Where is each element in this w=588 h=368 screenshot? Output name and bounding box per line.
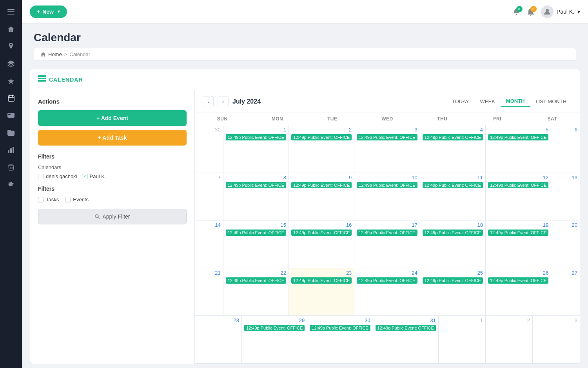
event-chip[interactable]: 12:49p Public Event: OFFICE bbox=[291, 134, 352, 140]
tasks-checkbox[interactable] bbox=[38, 197, 44, 202]
week-row: 30112:49p Public Event: OFFICE212:49p Pu… bbox=[195, 125, 580, 173]
new-button-chevron: ▾ bbox=[58, 9, 60, 14]
day-cell[interactable]: 27 bbox=[551, 268, 580, 316]
day-cell[interactable]: 1212:49p Public Event: OFFICE bbox=[486, 173, 551, 220]
sidebar-layers-icon[interactable] bbox=[4, 56, 18, 71]
sidebar-gear-icon[interactable] bbox=[4, 177, 18, 191]
sidebar-card-icon[interactable] bbox=[4, 108, 18, 122]
day-cell[interactable]: 21 bbox=[195, 268, 223, 316]
new-button[interactable]: + New ▾ bbox=[30, 5, 67, 18]
day-cell[interactable]: 412:49p Public Event: OFFICE bbox=[420, 125, 486, 173]
day-cell[interactable]: 20 bbox=[551, 220, 580, 268]
day-header: TUE bbox=[305, 113, 360, 125]
event-chip[interactable]: 12:49p Public Event: OFFICE bbox=[488, 182, 548, 188]
event-chip[interactable]: 12:49p Public Event: OFFICE bbox=[488, 277, 548, 284]
event-chip[interactable]: 12:49p Public Event: OFFICE bbox=[291, 230, 352, 236]
day-number: 29 bbox=[244, 317, 305, 323]
day-cell[interactable]: 3012:49p Public Event: OFFICE bbox=[307, 316, 373, 363]
user2-checkbox[interactable]: ✓ bbox=[82, 174, 87, 179]
breadcrumb-home[interactable]: Home bbox=[48, 51, 62, 57]
apply-filter-button[interactable]: Apply Filter bbox=[38, 209, 187, 224]
day-cell[interactable]: 112:49p Public Event: OFFICE bbox=[223, 125, 289, 173]
event-chip[interactable]: 12:49p Public Event: OFFICE bbox=[357, 230, 417, 236]
event-chip[interactable]: 12:49p Public Event: OFFICE bbox=[423, 182, 483, 188]
svg-rect-11 bbox=[13, 147, 14, 153]
notification-button-2[interactable]: 0 bbox=[527, 8, 535, 16]
day-cell[interactable]: 1012:49p Public Event: OFFICE bbox=[354, 173, 420, 220]
tab-week[interactable]: WEEK bbox=[475, 96, 501, 107]
day-cell[interactable]: 1 bbox=[439, 316, 486, 363]
day-cell[interactable]: 28 bbox=[195, 316, 242, 363]
day-number: 4 bbox=[423, 127, 483, 133]
tab-month[interactable]: MONTH bbox=[501, 96, 530, 107]
sidebar-home-icon[interactable] bbox=[4, 22, 18, 36]
sidebar-folder-icon[interactable] bbox=[4, 126, 18, 140]
day-cell[interactable]: 512:49p Public Event: OFFICE bbox=[486, 125, 551, 173]
day-cell[interactable]: 312:49p Public Event: OFFICE bbox=[354, 125, 420, 173]
day-cell[interactable]: 812:49p Public Event: OFFICE bbox=[223, 173, 289, 220]
event-chip[interactable]: 12:49p Public Event: OFFICE bbox=[226, 277, 286, 284]
sidebar-pin-icon[interactable] bbox=[4, 39, 18, 53]
next-month-button[interactable]: › bbox=[218, 96, 229, 107]
user1-checkbox[interactable] bbox=[38, 174, 44, 179]
day-cell[interactable]: 3112:49p Public Event: OFFICE bbox=[373, 316, 439, 363]
calendar-users: denis gachoki ✓ Paul K. bbox=[38, 173, 187, 179]
day-header: SUN bbox=[195, 113, 250, 125]
event-chip[interactable]: 12:49p Public Event: OFFICE bbox=[357, 134, 417, 140]
event-chip[interactable]: 12:49p Public Event: OFFICE bbox=[291, 277, 352, 284]
event-chip[interactable]: 12:49p Public Event: OFFICE bbox=[226, 182, 286, 188]
calendar-sidebar: Actions + Add Event + Add Task Filters C… bbox=[30, 90, 195, 364]
day-cell[interactable]: 1112:49p Public Event: OFFICE bbox=[420, 173, 486, 220]
event-chip[interactable]: 12:49p Public Event: OFFICE bbox=[226, 230, 286, 236]
day-cell[interactable]: 7 bbox=[195, 173, 223, 220]
day-cell[interactable]: 1512:49p Public Event: OFFICE bbox=[223, 220, 289, 268]
day-cell[interactable]: 6 bbox=[551, 125, 580, 173]
event-chip[interactable]: 12:49p Public Event: OFFICE bbox=[488, 230, 548, 236]
sidebar-chart-icon[interactable] bbox=[4, 143, 18, 157]
user-menu-button[interactable]: Paul K. ▾ bbox=[541, 5, 580, 18]
sidebar-trash-icon[interactable] bbox=[4, 160, 18, 174]
day-cell[interactable]: 2912:49p Public Event: OFFICE bbox=[242, 316, 307, 363]
event-chip[interactable]: 12:49p Public Event: OFFICE bbox=[488, 134, 548, 140]
event-chip[interactable]: 12:49p Public Event: OFFICE bbox=[291, 182, 352, 188]
event-chip[interactable]: 12:49p Public Event: OFFICE bbox=[423, 277, 483, 284]
tab-today[interactable]: TODAY bbox=[446, 96, 475, 107]
event-chip[interactable]: 12:49p Public Event: OFFICE bbox=[310, 325, 370, 331]
add-event-button[interactable]: + Add Event bbox=[38, 110, 187, 126]
event-chip[interactable]: 12:49p Public Event: OFFICE bbox=[357, 277, 417, 284]
event-chip[interactable]: 12:49p Public Event: OFFICE bbox=[376, 325, 436, 331]
day-cell[interactable]: 2212:49p Public Event: OFFICE bbox=[223, 268, 289, 316]
day-cell[interactable]: 2512:49p Public Event: OFFICE bbox=[420, 268, 486, 316]
prev-month-button[interactable]: ‹ bbox=[203, 96, 214, 107]
day-number: 26 bbox=[488, 270, 548, 276]
svg-rect-10 bbox=[10, 148, 12, 153]
day-cell[interactable]: 1612:49p Public Event: OFFICE bbox=[289, 220, 354, 268]
event-chip[interactable]: 12:49p Public Event: OFFICE bbox=[226, 134, 286, 140]
day-cell[interactable]: 912:49p Public Event: OFFICE bbox=[289, 173, 354, 220]
day-cell[interactable]: 2412:49p Public Event: OFFICE bbox=[354, 268, 420, 316]
event-chip[interactable]: 12:49p Public Event: OFFICE bbox=[423, 134, 483, 140]
day-cell[interactable]: 1712:49p Public Event: OFFICE bbox=[354, 220, 420, 268]
event-chip[interactable]: 12:49p Public Event: OFFICE bbox=[244, 325, 305, 331]
day-cell[interactable]: 3 bbox=[533, 316, 580, 363]
day-cell[interactable]: 30 bbox=[195, 125, 223, 173]
day-cell[interactable]: 212:49p Public Event: OFFICE bbox=[289, 125, 354, 173]
sidebar-star-icon[interactable] bbox=[4, 74, 18, 88]
add-task-button[interactable]: + Add Task bbox=[38, 130, 187, 146]
day-cell[interactable]: 2312:49p Public Event: OFFICE bbox=[289, 268, 354, 316]
event-chip[interactable]: 12:49p Public Event: OFFICE bbox=[423, 230, 483, 236]
page-header: Calendar Home > Calendar bbox=[22, 24, 588, 65]
notification-button-1[interactable]: 0 bbox=[513, 8, 521, 16]
events-checkbox[interactable] bbox=[65, 197, 71, 202]
day-cell[interactable]: 2612:49p Public Event: OFFICE bbox=[486, 268, 551, 316]
sidebar-menu-icon[interactable] bbox=[4, 5, 18, 19]
day-cell[interactable]: 1912:49p Public Event: OFFICE bbox=[486, 220, 551, 268]
sidebar-calendar-icon[interactable] bbox=[4, 91, 18, 105]
event-chip[interactable]: 12:49p Public Event: OFFICE bbox=[357, 182, 417, 188]
day-number: 28 bbox=[197, 317, 239, 323]
day-cell[interactable]: 13 bbox=[551, 173, 580, 220]
day-cell[interactable]: 14 bbox=[195, 220, 223, 268]
day-cell[interactable]: 2 bbox=[486, 316, 533, 363]
day-cell[interactable]: 1812:49p Public Event: OFFICE bbox=[420, 220, 486, 268]
tab-list-month[interactable]: LIST MONTH bbox=[530, 96, 572, 107]
